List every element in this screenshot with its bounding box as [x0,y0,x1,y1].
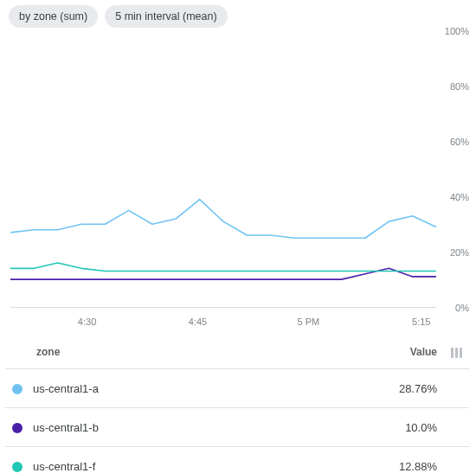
legend-row-name-cell: us-central1-f [5,447,284,473]
columns-icon [451,348,462,358]
chip-label: by zone (sum) [19,10,87,22]
legend-row[interactable]: us-central1-a28.76% [5,369,469,408]
y-axis-label: 40% [440,192,469,202]
series-swatch [12,384,23,394]
y-axis-label: 60% [440,137,469,147]
series-line [10,268,436,279]
legend-header-name[interactable]: zone [5,336,284,369]
x-axis-labels: 4:304:455 PM5:15 [10,311,436,327]
legend-row-name-cell: us-central1-a [5,369,284,408]
legend-row-name: us-central1-f [33,460,95,473]
legend-row-name-cell: us-central1-b [5,408,284,447]
legend-row-extra [444,447,469,473]
legend-row-value: 12.88% [284,447,444,473]
series-swatch [12,462,23,472]
filter-chip-interval[interactable]: 5 min interval (mean) [105,5,227,28]
legend-row[interactable]: us-central1-b10.0% [5,408,469,447]
legend-header-row: zone Value [5,336,469,369]
filter-chip-row: by zone (sum) 5 min interval (mean) [5,5,469,31]
legend-header-value-text: Value [410,346,437,358]
x-axis-label: 4:45 [189,316,207,327]
legend-row-extra [444,369,469,408]
y-axis-label: 20% [440,247,469,258]
x-axis-label: 5:15 [412,316,430,327]
legend-row-name: us-central1-a [33,382,99,395]
y-axis-label: 100% [440,26,469,36]
legend-row[interactable]: us-central1-f12.88% [5,447,469,473]
legend-row-value: 10.0% [284,408,444,447]
x-axis-label: 4:30 [78,316,96,327]
legend-header-name-text: zone [36,346,60,358]
legend-columns-button[interactable] [444,336,469,369]
y-axis-label: 80% [440,81,469,92]
legend-header-value[interactable]: Value [284,336,444,369]
filter-chip-group-by[interactable]: by zone (sum) [9,5,98,28]
series-line [10,200,436,239]
legend-row-value: 28.76% [284,369,444,408]
chart-lines [10,31,436,307]
x-axis-label: 5 PM [298,316,320,327]
legend-row-extra [444,408,469,447]
chart-plot[interactable] [10,31,436,308]
legend-table: zone Value us-central1-a28.76%us-central… [5,336,469,473]
chip-label: 5 min interval (mean) [115,10,216,22]
series-line [10,263,436,272]
legend-row-name: us-central1-b [33,421,99,434]
series-swatch [12,423,23,433]
y-axis-label: 0% [440,303,469,313]
chart-area: 4:304:455 PM5:15 0%20%40%60%80%100% [5,31,469,330]
